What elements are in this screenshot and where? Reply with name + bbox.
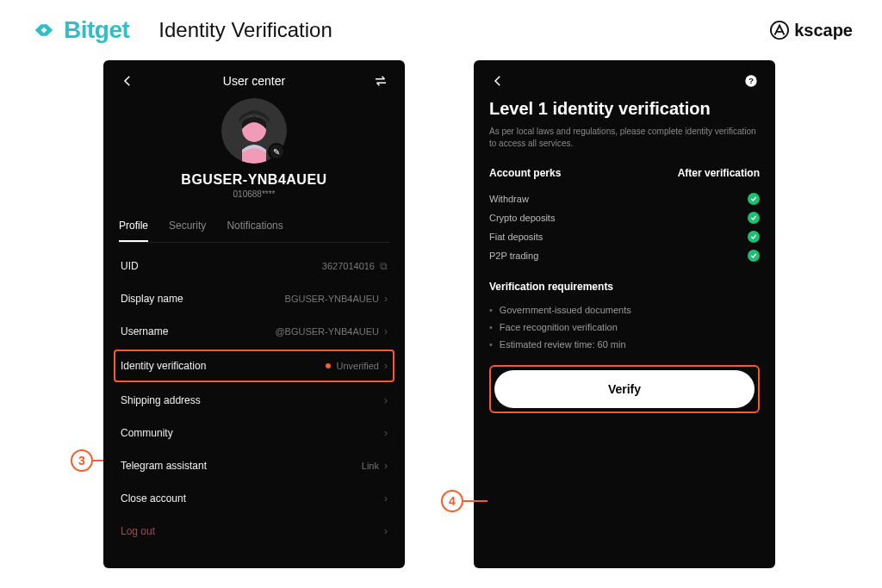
requirements-title: Verification requirements [489, 281, 760, 293]
requirement-text: Government-issued documents [500, 305, 631, 315]
telegram-value: Link [362, 461, 379, 471]
perk-label: P2P trading [489, 251, 538, 261]
phone-user-center: User center ✎ BGUSER [103, 60, 405, 568]
check-icon [748, 212, 760, 224]
bitget-logo: Bitget [29, 15, 129, 45]
row-shipping-address[interactable]: Shipping address › [119, 384, 389, 417]
chevron-right-icon: › [384, 492, 388, 504]
callout-step-4: 4 [441, 490, 463, 512]
profile-username: BGUSER-YNB4AUEU [119, 172, 389, 188]
phone-header: ? [489, 72, 760, 90]
perk-withdraw: Withdraw [489, 189, 760, 208]
back-icon[interactable] [489, 72, 506, 90]
check-icon [748, 250, 760, 262]
avatar-edit-icon[interactable]: ✎ [268, 143, 285, 160]
transfer-icon[interactable] [372, 72, 389, 90]
row-log-out[interactable]: Log out › [119, 515, 389, 548]
row-value: › [384, 427, 388, 439]
avatar[interactable]: ✎ [221, 98, 287, 164]
check-icon [748, 231, 760, 243]
row-uid[interactable]: UID 3627014016 ⧉ [119, 250, 389, 282]
profile-rows: UID 3627014016 ⧉ Display name BGUSER-YNB… [119, 250, 389, 548]
requirement-text: Face recognition verification [500, 322, 618, 332]
perk-label: Crypto deposits [489, 213, 555, 223]
bullet-icon: • [489, 305, 493, 315]
uid-value: 3627014016 [322, 261, 375, 271]
callout-line [93, 460, 103, 461]
requirement-item: •Face recognition verification [489, 319, 760, 336]
callout-step-3: 3 [71, 449, 93, 472]
perks-header-left: Account perks [489, 167, 561, 179]
row-close-account[interactable]: Close account › [119, 482, 389, 515]
row-label: Shipping address [121, 394, 201, 406]
kscape-logo-text: kscape [794, 21, 853, 40]
chevron-right-icon: › [384, 394, 388, 406]
requirement-item: •Government-issued documents [489, 301, 760, 319]
kscape-logo-icon [770, 21, 789, 40]
username-value: @BGUSER-YNB4AUEU [275, 326, 379, 337]
chevron-right-icon: › [384, 293, 388, 305]
perk-label: Withdraw [489, 194, 529, 204]
perk-p2p-trading: P2P trading [489, 246, 760, 265]
row-label: Community [121, 427, 173, 439]
check-icon [748, 193, 760, 205]
row-telegram-assistant[interactable]: Telegram assistant Link › [119, 449, 389, 482]
page-title: Identity Verification [158, 18, 332, 42]
display-name-value: BGUSER-YNB4AUEU [285, 294, 379, 304]
phone-header: User center [119, 72, 389, 90]
tab-security[interactable]: Security [169, 211, 206, 242]
bitget-logo-icon [29, 15, 59, 45]
perk-label: Fiat deposits [489, 232, 543, 242]
row-label: Log out [121, 525, 155, 537]
row-value: › [384, 394, 388, 406]
requirement-item: •Estimated review time: 60 min [489, 336, 760, 353]
row-label: Close account [121, 492, 186, 504]
row-value: 3627014016 ⧉ [322, 260, 388, 272]
perk-fiat-deposits: Fiat deposits [489, 227, 760, 246]
row-label: Username [121, 325, 168, 337]
doc-header: Bitget Identity Verification kscape [0, 0, 882, 60]
profile-section: ✎ BGUSER-YNB4AUEU 010688**** [119, 98, 389, 199]
row-label: UID [121, 260, 139, 272]
phone-level1-verification: ? Level 1 identity verification As per l… [474, 60, 775, 568]
chevron-right-icon: › [384, 427, 388, 439]
chevron-right-icon: › [384, 460, 388, 472]
bullet-icon: • [489, 322, 493, 332]
phone-title: User center [223, 74, 285, 88]
callout-line [463, 500, 488, 502]
perks-header: Account perks After verification [489, 167, 760, 179]
bitget-logo-text: Bitget [64, 16, 129, 44]
verification-subtitle: As per local laws and regulations, pleas… [489, 126, 760, 150]
row-label: Telegram assistant [121, 460, 207, 472]
row-value: Link › [362, 460, 388, 472]
row-community[interactable]: Community › [119, 417, 389, 449]
bullet-icon: • [489, 339, 493, 350]
row-label: Display name [121, 293, 183, 305]
row-value: @BGUSER-YNB4AUEU › [275, 325, 388, 337]
chevron-right-icon: › [384, 525, 388, 537]
row-value: BGUSER-YNB4AUEU › [285, 293, 388, 305]
row-identity-verification[interactable]: Identity verification Unverified › [114, 350, 394, 382]
kscape-logo: kscape [770, 21, 853, 40]
tab-notifications[interactable]: Notifications [227, 211, 283, 242]
row-label: Identity verification [121, 360, 206, 372]
chevron-right-icon: › [384, 325, 388, 337]
requirement-text: Estimated review time: 60 min [500, 339, 626, 350]
row-value: › [384, 525, 388, 537]
perks-header-right: After verification [678, 167, 760, 179]
back-icon[interactable] [119, 72, 136, 90]
phones-container: User center ✎ BGUSER [0, 60, 882, 568]
verify-button[interactable]: Verify [494, 370, 755, 408]
svg-text:?: ? [748, 77, 754, 85]
row-display-name[interactable]: Display name BGUSER-YNB4AUEU › [119, 282, 389, 315]
copy-icon[interactable]: ⧉ [380, 260, 388, 272]
verification-title: Level 1 identity verification [489, 98, 760, 119]
perk-crypto-deposits: Crypto deposits [489, 208, 760, 227]
identity-status: Unverified [336, 361, 379, 371]
tab-profile[interactable]: Profile [119, 211, 148, 242]
row-username[interactable]: Username @BGUSER-YNB4AUEU › [119, 315, 389, 348]
row-value: Unverified › [326, 360, 388, 372]
profile-userid: 010688**** [119, 189, 389, 199]
chevron-right-icon: › [384, 360, 388, 372]
help-icon[interactable]: ? [742, 72, 760, 90]
